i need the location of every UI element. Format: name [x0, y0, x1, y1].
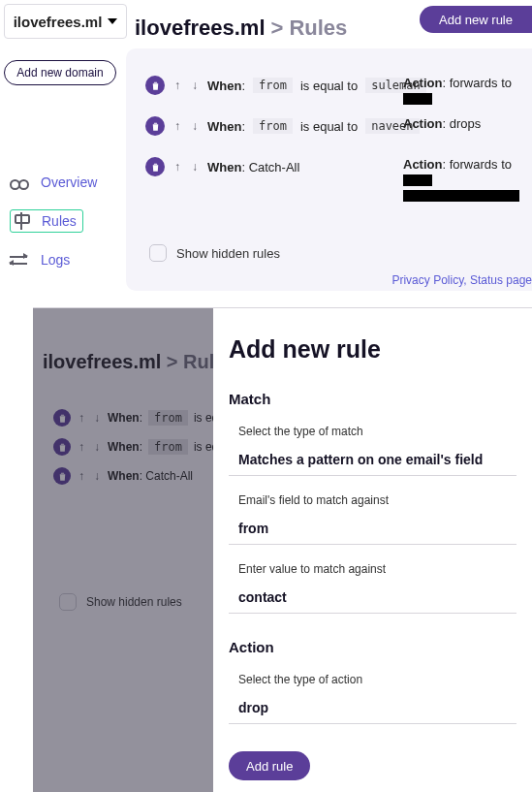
add-rule-submit-label: Add rule [246, 759, 293, 774]
modal-title: Add new rule [229, 335, 516, 364]
domain-select[interactable]: ilovefrees.ml [4, 4, 127, 39]
action-type-select[interactable]: drop [229, 694, 516, 724]
move-down-button[interactable]: ↓ [190, 119, 200, 133]
move-up-button[interactable]: ↑ [172, 160, 182, 174]
domain-select-value: ilovefrees.ml [14, 14, 103, 30]
move-down-button[interactable]: ↓ [190, 79, 200, 92]
trash-icon [150, 121, 161, 132]
add-domain-label: Add new domain [16, 66, 103, 79]
rule-op: is equal to [300, 119, 358, 134]
sidebar-item-label: Logs [41, 252, 70, 268]
delete-rule-button[interactable] [145, 76, 165, 95]
show-hidden-rules[interactable]: Show hidden rules [149, 244, 280, 262]
trash-icon [150, 80, 161, 91]
breadcrumb-sep: > [271, 16, 284, 41]
move-down-button[interactable]: ↓ [190, 160, 200, 174]
move-up-button[interactable]: ↑ [172, 79, 182, 92]
sidebar-item-label: Overview [41, 174, 97, 190]
rule-op: is equal to [300, 79, 358, 93]
delete-rule-button[interactable] [145, 116, 165, 136]
chevron-down-icon [108, 18, 117, 24]
status-link[interactable]: Status page [470, 273, 532, 287]
add-new-rule-button[interactable]: Add new rule [420, 6, 532, 33]
signpost-icon [13, 212, 30, 230]
add-domain-button[interactable]: Add new domain [4, 60, 116, 85]
sidebar-item-label: Rules [42, 213, 77, 229]
privacy-link[interactable]: Privacy Policy [391, 273, 463, 287]
sidebar: Overview Rules Logs [10, 169, 101, 285]
action-type-label: Select the type of action [238, 673, 516, 686]
sidebar-item-logs[interactable]: Logs [10, 246, 101, 273]
redacted-address [403, 190, 519, 202]
rule-when: When: Catch-All [207, 160, 299, 174]
breadcrumb-page: Rules [289, 16, 347, 41]
rule-when: When: [207, 119, 245, 134]
rule-action: Action: forwards to [403, 157, 532, 202]
modal-backdrop[interactable] [33, 308, 213, 792]
redacted-address [403, 93, 432, 105]
match-type-select[interactable]: Matches a pattern on one email's field [229, 446, 516, 476]
match-value-label: Enter value to match against [238, 562, 516, 576]
trash-icon [150, 162, 161, 173]
match-heading: Match [229, 391, 516, 407]
show-hidden-label: Show hidden rules [176, 246, 280, 261]
delete-rule-button[interactable] [145, 157, 165, 176]
rule-when: When: [207, 79, 245, 93]
show-hidden-checkbox[interactable] [149, 244, 167, 262]
add-new-rule-label: Add new rule [439, 13, 513, 27]
match-field-select[interactable]: from [229, 515, 516, 545]
binoculars-icon [10, 174, 27, 191]
add-rule-submit-button[interactable]: Add rule [229, 751, 310, 780]
move-up-button[interactable]: ↑ [172, 119, 182, 133]
redacted-address [403, 174, 432, 186]
rule-field: from [253, 78, 293, 93]
breadcrumb-domain: ilovefrees.ml [135, 16, 266, 41]
match-type-label: Select the type of match [238, 425, 516, 438]
footer-links: Privacy Policy, Status page [391, 273, 532, 287]
sidebar-item-rules[interactable]: Rules [10, 207, 101, 235]
swap-icon [10, 251, 27, 269]
rule-action: Action: drops [403, 116, 481, 131]
sidebar-item-overview[interactable]: Overview [10, 169, 101, 196]
action-heading: Action [229, 639, 516, 655]
add-rule-modal: Add new rule Match Select the type of ma… [213, 308, 532, 792]
rule-action: Action: forwards to [403, 76, 532, 105]
match-value-input[interactable]: contact [229, 584, 516, 614]
match-field-label: Email's field to match against [238, 493, 516, 507]
breadcrumb: ilovefrees.ml > Rules [135, 16, 347, 41]
rule-field: from [253, 118, 293, 134]
rules-panel: ↑ ↓ When: from is equal to suleman Actio… [126, 48, 532, 291]
